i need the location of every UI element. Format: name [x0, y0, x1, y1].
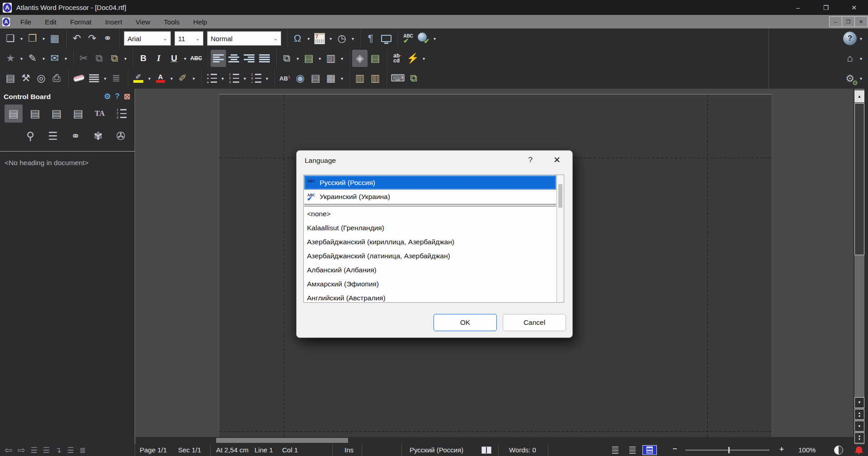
doc-restore-button[interactable]: ❐: [842, 16, 855, 27]
insert-image-dropdown[interactable]: ▾: [316, 50, 323, 67]
align-justify[interactable]: [257, 50, 272, 67]
highlighter[interactable]: ✐: [131, 70, 146, 87]
onscreen-keyboard[interactable]: ⌨: [390, 70, 406, 87]
vertical-scrollbar[interactable]: ▲ ▼ ▲▲ ● ▼▼: [854, 89, 864, 444]
colors-tool[interactable]: ✾: [89, 127, 108, 145]
font-color-dropdown[interactable]: ▾: [168, 70, 175, 87]
ruler-toggle[interactable]: ▥: [368, 70, 383, 87]
language-option[interactable]: Kalaallisut (Гренландия): [304, 221, 556, 235]
notification-bell-icon[interactable]: [856, 446, 862, 452]
doc-minimize-button[interactable]: –: [829, 16, 842, 27]
insert-time-dropdown[interactable]: ▾: [349, 30, 356, 47]
view-layout-button[interactable]: [642, 445, 657, 455]
search-tool[interactable]: ⚭: [66, 127, 85, 145]
footnote[interactable]: AB1: [277, 70, 292, 87]
hyperlink[interactable]: ◉: [292, 70, 308, 87]
bullet-list-dropdown[interactable]: ▾: [219, 70, 226, 87]
theme-toggle-icon[interactable]: [834, 446, 843, 455]
zoom-tool[interactable]: ⚲: [21, 127, 40, 145]
language-option[interactable]: Азербайджанский (латиница, Азербайджан): [304, 249, 556, 263]
language-option[interactable]: Английский (Австралия): [304, 291, 556, 303]
scroll-down-button[interactable]: ▼: [854, 397, 864, 408]
home-web[interactable]: ⌂: [842, 50, 858, 67]
language-list-scrollbar[interactable]: [557, 175, 564, 302]
menu-format[interactable]: Format: [63, 15, 99, 28]
ok-button[interactable]: OK: [434, 314, 497, 331]
insert-symbol-dropdown[interactable]: ▾: [305, 30, 312, 47]
send-mail[interactable]: ✉: [47, 50, 62, 67]
numbered-list-dropdown[interactable]: ▾: [241, 70, 248, 87]
formatting-marks[interactable]: ¶: [363, 30, 378, 47]
newspaper-columns-dropdown[interactable]: ▾: [339, 50, 345, 67]
insert-table-dropdown[interactable]: ▾: [339, 70, 345, 87]
favorites-dropdown[interactable]: ▾: [18, 50, 25, 67]
font-name-combo[interactable]: Arial⌄: [124, 31, 171, 46]
language-check-dropdown[interactable]: ▾: [431, 30, 438, 47]
paste[interactable]: ⧉: [107, 50, 122, 67]
copy-formatting-dropdown[interactable]: ▾: [294, 50, 301, 67]
browse-previous-page-button[interactable]: ▲▲: [854, 409, 864, 420]
hyphenation[interactable]: ab-cd: [390, 50, 405, 67]
home-web-dropdown[interactable]: ▾: [858, 50, 864, 67]
fields-pane[interactable]: ▤: [47, 104, 66, 123]
styles-pane[interactable]: ▤: [26, 104, 44, 123]
find[interactable]: ⚭: [100, 30, 115, 47]
horizontal-scrollbar[interactable]: [136, 437, 854, 444]
quick-save[interactable]: ✎: [25, 50, 40, 67]
align-right[interactable]: [241, 50, 257, 67]
line-spacing[interactable]: ≣: [108, 70, 124, 87]
go-forward-button[interactable]: ⇨: [18, 445, 25, 456]
paragraph-tool[interactable]: ☰: [43, 127, 62, 145]
underline[interactable]: U: [166, 50, 182, 67]
align-center[interactable]: [226, 50, 241, 67]
select-browse-object-button[interactable]: ●: [854, 421, 864, 432]
undo[interactable]: ↶: [69, 30, 85, 47]
menu-insert[interactable]: Insert: [99, 15, 129, 28]
help-dropdown[interactable]: ▾: [858, 30, 864, 47]
language-list[interactable]: ABC✔Русский (Россия)ABC✔Украинский (Укра…: [303, 175, 564, 303]
insert-date-dropdown[interactable]: ▾: [327, 30, 334, 47]
language-option[interactable]: Амхарский (Эфиопия): [304, 277, 556, 291]
open-document[interactable]: ❐: [25, 30, 40, 47]
status-position[interactable]: At 2,54 cm: [216, 446, 249, 454]
menu-file[interactable]: File: [14, 15, 38, 28]
view-web-button[interactable]: [625, 445, 640, 455]
options-gears-dropdown[interactable]: ▾: [858, 70, 864, 87]
document-map[interactable]: ◈: [352, 50, 368, 67]
status-word-count[interactable]: Words: 0: [509, 446, 536, 454]
zoom-level[interactable]: 100%: [798, 446, 816, 454]
zoom-slider-thumb[interactable]: [728, 447, 730, 453]
draft-view[interactable]: ▤: [368, 50, 383, 67]
strikethrough[interactable]: ABC: [189, 50, 204, 67]
send-mail-dropdown[interactable]: ▾: [62, 50, 69, 67]
control-board-settings[interactable]: ⚙: [104, 92, 111, 101]
print-preview[interactable]: ◎: [33, 70, 49, 87]
favorites[interactable]: ★: [3, 50, 18, 67]
bold[interactable]: B: [136, 50, 151, 67]
help[interactable]: ?: [842, 30, 858, 47]
clear-find-all-button[interactable]: ☰: [43, 446, 50, 455]
spellcheck[interactable]: ABC✔: [401, 30, 416, 47]
insert-image[interactable]: ▤: [301, 50, 316, 67]
insert-time[interactable]: ◷: [334, 30, 349, 47]
new-document[interactable]: ❏: [3, 30, 18, 47]
menu-help[interactable]: Help: [186, 15, 214, 28]
fonts-pane[interactable]: TA: [91, 104, 109, 123]
italic[interactable]: I: [151, 50, 166, 67]
open-document-dropdown[interactable]: ▾: [40, 30, 47, 47]
control-board-close[interactable]: ⊠: [124, 92, 130, 101]
view-draft-button[interactable]: [608, 445, 623, 455]
copy[interactable]: ⧉: [91, 50, 107, 67]
cut[interactable]: ✂: [76, 50, 91, 67]
close-button[interactable]: ✕: [840, 0, 868, 15]
status-page[interactable]: Page 1/1: [140, 446, 167, 454]
align-left[interactable]: [211, 50, 226, 67]
panel-splitter[interactable]: [135, 89, 135, 444]
horizontal-scrollbar-thumb[interactable]: [216, 438, 348, 443]
outline-list[interactable]: 1a•: [248, 70, 264, 87]
copy-formatting[interactable]: ⧉: [279, 50, 294, 67]
format-brush-dropdown[interactable]: ▾: [190, 70, 197, 87]
document-properties[interactable]: ▤: [3, 70, 18, 87]
bullet-list[interactable]: ●●●: [204, 70, 219, 87]
vertical-scrollbar-thumb[interactable]: [854, 103, 864, 255]
